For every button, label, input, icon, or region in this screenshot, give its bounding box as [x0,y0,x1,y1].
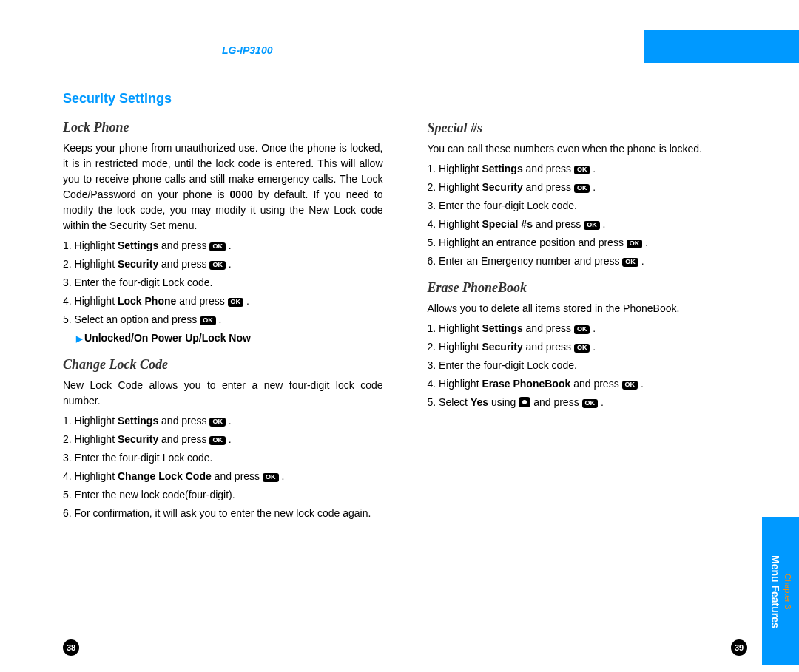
right-column: Special #s You can call these numbers ev… [428,89,748,628]
sp-step5: 5. Highlight an entrance position and pr… [428,235,748,251]
ok-icon: OK [209,261,226,270]
chapter-title: Menu Features [768,555,783,628]
sp-step1: 1. Highlight Settings and press OK . [428,161,748,177]
page-number-left: 38 [63,639,79,656]
ok-icon: OK [209,242,226,251]
lock-phone-para: Keeps your phone from unauthorized use. … [63,140,383,234]
special-para: You can call these numbers even when the… [428,141,748,157]
chapter-label: Chapter 3 [782,555,793,628]
er-step3: 3. Enter the four-digit Lock code. [428,358,748,373]
ok-icon: OK [209,418,226,427]
cl-step5: 5. Enter the new lock code(four-digit). [63,487,383,503]
nav-icon [519,397,530,407]
header-model-right: LG-IP3100 [592,44,642,56]
sp-step4: 4. Highlight Special #s and press OK . [428,217,748,232]
cl-step1: 1. Highlight Settings and press OK . [63,413,383,429]
er-step1: 1. Highlight Settings and press OK . [428,321,748,336]
er-step5: 5. Select Yes using and press OK . [428,395,748,410]
lp-step2: 2. Highlight Security and press OK . [63,257,383,272]
ok-icon: OK [574,325,590,334]
er-step4: 4. Highlight Erase PhoneBook and press O… [428,376,748,392]
erase-title: Erase PhoneBook [428,278,748,298]
change-lock-title: Change Lock Code [63,355,383,375]
lp-step4: 4. Highlight Lock Phone and press OK . [63,293,383,309]
ok-icon: OK [209,436,226,445]
lp-step3: 3. Enter the four-digit Lock code. [63,275,383,291]
lock-phone-title: Lock Phone [63,118,383,138]
ok-icon: OK [622,381,638,390]
ok-icon: OK [228,298,244,307]
ok-icon: OK [574,344,590,353]
sp-step6: 6. Enter an Emergency number and press O… [428,254,748,269]
ok-icon: OK [627,240,643,248]
special-title: Special #s [428,118,748,138]
sp-step3: 3. Enter the four-digit Lock code. [428,198,748,214]
ok-icon: OK [200,316,216,325]
header-tab [644,30,799,63]
ok-icon: OK [622,258,638,267]
erase-para: Allows you to delete all items stored in… [428,301,748,316]
chapter-tab: Chapter 3 Menu Features [762,517,799,665]
header-model-left: LG-IP3100 [222,44,272,56]
change-lock-para: New Lock Code allows you to enter a new … [63,378,383,409]
cl-step3: 3. Enter the four-digit Lock code. [63,450,383,466]
page-number-right: 39 [731,639,747,656]
cl-step2: 2. Highlight Security and press OK . [63,432,383,447]
ok-icon: OK [263,473,279,482]
ok-icon: OK [574,184,590,193]
ok-icon: OK [582,399,599,408]
lp-bullet: Unlocked/On Power Up/Lock Now [76,330,383,346]
ok-icon: OK [574,166,590,174]
page-content: Security Settings Lock Phone Keeps your … [63,89,747,628]
cl-step6: 6. For confirmation, it will ask you to … [63,506,383,521]
section-title: Security Settings [63,89,383,109]
er-step2: 2. Highlight Security and press OK . [428,339,748,355]
lp-step1: 1. Highlight Settings and press OK . [63,238,383,254]
left-column: Security Settings Lock Phone Keeps your … [63,89,383,628]
cl-step4: 4. Highlight Change Lock Code and press … [63,469,383,484]
lp-step5: 5. Select an option and press OK . [63,312,383,327]
ok-icon: OK [584,221,600,230]
sp-step2: 2. Highlight Security and press OK . [428,180,748,195]
